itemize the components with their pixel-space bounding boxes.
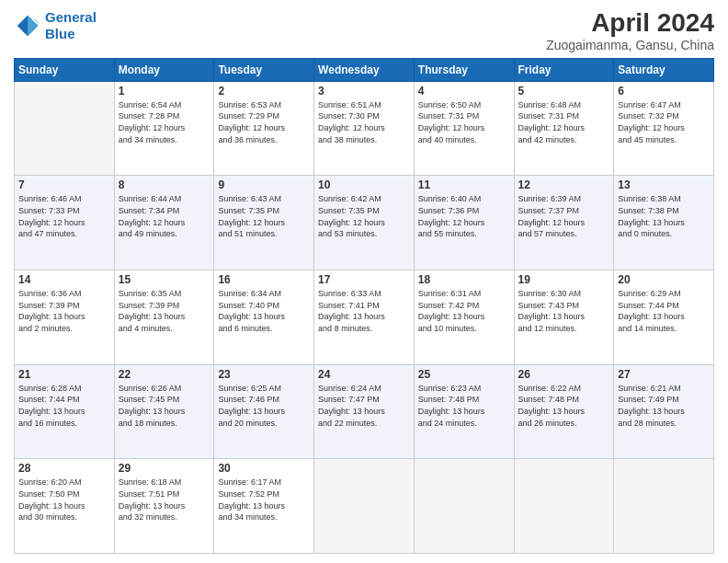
calendar-cell: 18Sunrise: 6:31 AM Sunset: 7:42 PM Dayli…: [414, 270, 514, 365]
col-thursday: Thursday: [414, 58, 514, 81]
title-block: April 2024 Zuogaimanma, Gansu, China: [546, 9, 714, 52]
day-number: 22: [119, 368, 210, 381]
calendar-cell: 26Sunrise: 6:22 AM Sunset: 7:48 PM Dayli…: [514, 364, 614, 459]
day-number: 10: [318, 178, 410, 191]
day-info: Sunrise: 6:24 AM Sunset: 7:47 PM Dayligh…: [318, 383, 410, 429]
col-friday: Friday: [514, 58, 614, 81]
day-info: Sunrise: 6:28 AM Sunset: 7:44 PM Dayligh…: [18, 383, 110, 429]
day-info: Sunrise: 6:20 AM Sunset: 7:50 PM Dayligh…: [18, 477, 110, 523]
calendar-header-row: Sunday Monday Tuesday Wednesday Thursday…: [15, 58, 714, 81]
calendar-cell: [614, 459, 714, 554]
day-info: Sunrise: 6:44 AM Sunset: 7:34 PM Dayligh…: [119, 193, 210, 239]
calendar-week-5: 28Sunrise: 6:20 AM Sunset: 7:50 PM Dayli…: [15, 459, 714, 554]
col-wednesday: Wednesday: [314, 58, 415, 81]
calendar-week-4: 21Sunrise: 6:28 AM Sunset: 7:44 PM Dayli…: [15, 364, 714, 459]
calendar-cell: 16Sunrise: 6:34 AM Sunset: 7:40 PM Dayli…: [214, 270, 314, 365]
day-info: Sunrise: 6:39 AM Sunset: 7:37 PM Dayligh…: [518, 193, 610, 239]
calendar-title: April 2024: [546, 9, 714, 38]
day-info: Sunrise: 6:25 AM Sunset: 7:46 PM Dayligh…: [218, 383, 310, 429]
calendar-cell: 23Sunrise: 6:25 AM Sunset: 7:46 PM Dayli…: [214, 364, 314, 459]
col-sunday: Sunday: [15, 58, 115, 81]
calendar-cell: 6Sunrise: 6:47 AM Sunset: 7:32 PM Daylig…: [614, 81, 714, 176]
calendar-cell: 15Sunrise: 6:35 AM Sunset: 7:39 PM Dayli…: [114, 270, 214, 365]
day-number: 4: [418, 85, 510, 98]
day-number: 17: [318, 273, 410, 286]
calendar-cell: [414, 459, 514, 554]
calendar-cell: 9Sunrise: 6:43 AM Sunset: 7:35 PM Daylig…: [214, 176, 314, 270]
calendar-subtitle: Zuogaimanma, Gansu, China: [546, 38, 714, 52]
calendar-cell: 22Sunrise: 6:26 AM Sunset: 7:45 PM Dayli…: [114, 364, 214, 459]
calendar-cell: 29Sunrise: 6:18 AM Sunset: 7:51 PM Dayli…: [114, 459, 214, 554]
day-info: Sunrise: 6:33 AM Sunset: 7:41 PM Dayligh…: [318, 288, 410, 334]
calendar-cell: [514, 459, 614, 554]
day-info: Sunrise: 6:18 AM Sunset: 7:51 PM Dayligh…: [119, 477, 210, 523]
day-number: 28: [18, 462, 110, 475]
header: General Blue April 2024 Zuogaimanma, Gan…: [14, 9, 714, 52]
day-info: Sunrise: 6:38 AM Sunset: 7:38 PM Dayligh…: [618, 193, 710, 239]
calendar-cell: [15, 81, 115, 176]
day-info: Sunrise: 6:17 AM Sunset: 7:52 PM Dayligh…: [218, 477, 310, 523]
day-number: 27: [618, 368, 710, 381]
day-number: 16: [218, 273, 310, 286]
calendar-cell: 10Sunrise: 6:42 AM Sunset: 7:35 PM Dayli…: [314, 176, 415, 270]
day-number: 12: [518, 178, 610, 191]
day-info: Sunrise: 6:42 AM Sunset: 7:35 PM Dayligh…: [318, 193, 410, 239]
day-info: Sunrise: 6:50 AM Sunset: 7:31 PM Dayligh…: [418, 99, 510, 145]
day-info: Sunrise: 6:47 AM Sunset: 7:32 PM Dayligh…: [618, 99, 710, 145]
calendar-cell: 3Sunrise: 6:51 AM Sunset: 7:30 PM Daylig…: [314, 81, 415, 176]
calendar-cell: 20Sunrise: 6:29 AM Sunset: 7:44 PM Dayli…: [614, 270, 714, 365]
calendar-cell: 5Sunrise: 6:48 AM Sunset: 7:31 PM Daylig…: [514, 81, 614, 176]
day-number: 8: [119, 178, 210, 191]
day-info: Sunrise: 6:54 AM Sunset: 7:28 PM Dayligh…: [119, 99, 210, 145]
day-number: 29: [119, 462, 210, 475]
calendar-cell: 1Sunrise: 6:54 AM Sunset: 7:28 PM Daylig…: [114, 81, 214, 176]
calendar-cell: 25Sunrise: 6:23 AM Sunset: 7:48 PM Dayli…: [414, 364, 514, 459]
day-number: 13: [618, 178, 710, 191]
day-info: Sunrise: 6:31 AM Sunset: 7:42 PM Dayligh…: [418, 288, 510, 334]
day-info: Sunrise: 6:53 AM Sunset: 7:29 PM Dayligh…: [218, 99, 310, 145]
col-monday: Monday: [114, 58, 214, 81]
day-number: 24: [318, 368, 410, 381]
day-number: 20: [618, 273, 710, 286]
calendar-week-3: 14Sunrise: 6:36 AM Sunset: 7:39 PM Dayli…: [15, 270, 714, 365]
day-info: Sunrise: 6:23 AM Sunset: 7:48 PM Dayligh…: [418, 383, 510, 429]
calendar-cell: 27Sunrise: 6:21 AM Sunset: 7:49 PM Dayli…: [614, 364, 714, 459]
day-number: 18: [418, 273, 510, 286]
calendar-cell: 28Sunrise: 6:20 AM Sunset: 7:50 PM Dayli…: [15, 459, 115, 554]
day-info: Sunrise: 6:48 AM Sunset: 7:31 PM Dayligh…: [518, 99, 610, 145]
day-number: 21: [18, 368, 110, 381]
day-info: Sunrise: 6:40 AM Sunset: 7:36 PM Dayligh…: [418, 193, 510, 239]
day-number: 11: [418, 178, 510, 191]
col-saturday: Saturday: [614, 58, 714, 81]
day-info: Sunrise: 6:30 AM Sunset: 7:43 PM Dayligh…: [518, 288, 610, 334]
day-number: 15: [119, 273, 210, 286]
calendar-cell: 8Sunrise: 6:44 AM Sunset: 7:34 PM Daylig…: [114, 176, 214, 270]
day-info: Sunrise: 6:51 AM Sunset: 7:30 PM Dayligh…: [318, 99, 410, 145]
calendar-cell: 30Sunrise: 6:17 AM Sunset: 7:52 PM Dayli…: [214, 459, 314, 554]
calendar-cell: 11Sunrise: 6:40 AM Sunset: 7:36 PM Dayli…: [414, 176, 514, 270]
calendar-cell: 19Sunrise: 6:30 AM Sunset: 7:43 PM Dayli…: [514, 270, 614, 365]
calendar-table: Sunday Monday Tuesday Wednesday Thursday…: [14, 58, 714, 554]
day-info: Sunrise: 6:22 AM Sunset: 7:48 PM Dayligh…: [518, 383, 610, 429]
calendar-cell: 13Sunrise: 6:38 AM Sunset: 7:38 PM Dayli…: [614, 176, 714, 270]
calendar-week-2: 7Sunrise: 6:46 AM Sunset: 7:33 PM Daylig…: [15, 176, 714, 270]
day-number: 2: [218, 85, 310, 98]
svg-marker-1: [28, 16, 38, 37]
day-info: Sunrise: 6:35 AM Sunset: 7:39 PM Dayligh…: [119, 288, 210, 334]
day-number: 19: [518, 273, 610, 286]
day-info: Sunrise: 6:34 AM Sunset: 7:40 PM Dayligh…: [218, 288, 310, 334]
logo-icon: [14, 12, 41, 40]
day-number: 26: [518, 368, 610, 381]
day-info: Sunrise: 6:36 AM Sunset: 7:39 PM Dayligh…: [18, 288, 110, 334]
day-info: Sunrise: 6:26 AM Sunset: 7:45 PM Dayligh…: [119, 383, 210, 429]
logo-text: General Blue: [45, 9, 97, 42]
day-number: 25: [418, 368, 510, 381]
calendar-cell: 14Sunrise: 6:36 AM Sunset: 7:39 PM Dayli…: [15, 270, 115, 365]
day-info: Sunrise: 6:29 AM Sunset: 7:44 PM Dayligh…: [618, 288, 710, 334]
day-number: 23: [218, 368, 310, 381]
day-number: 9: [218, 178, 310, 191]
calendar-cell: 2Sunrise: 6:53 AM Sunset: 7:29 PM Daylig…: [214, 81, 314, 176]
day-info: Sunrise: 6:21 AM Sunset: 7:49 PM Dayligh…: [618, 383, 710, 429]
calendar-cell: 24Sunrise: 6:24 AM Sunset: 7:47 PM Dayli…: [314, 364, 415, 459]
calendar-cell: 17Sunrise: 6:33 AM Sunset: 7:41 PM Dayli…: [314, 270, 415, 365]
